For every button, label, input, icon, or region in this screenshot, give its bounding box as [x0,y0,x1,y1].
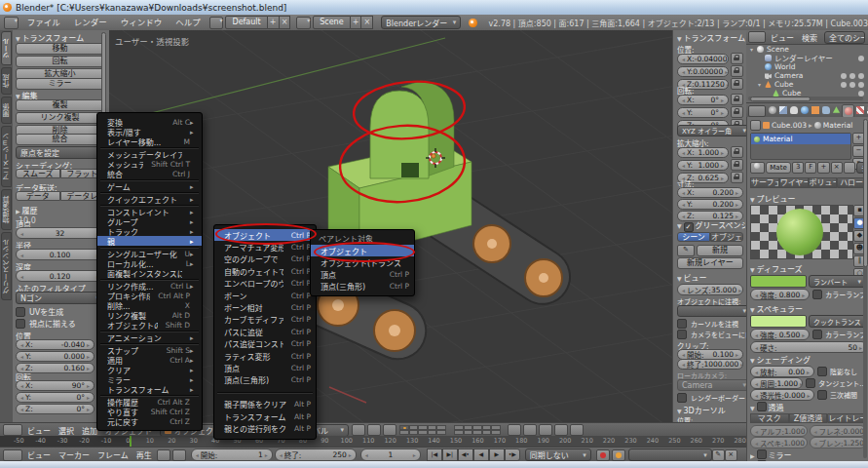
outliner-filter-dropdown[interactable]: 全てのシーン [824,31,865,44]
transform-button[interactable]: 移動 [16,43,104,55]
material-slot-row[interactable]: Material [751,134,850,144]
fake-user-button[interactable]: F [805,162,816,174]
context-menu-item[interactable]: 親 [97,236,202,246]
layer-cell[interactable] [409,425,419,430]
breadcrumb-object[interactable]: Cube.003 [772,121,807,130]
lock-icon[interactable] [731,172,743,183]
parent-submenu-item[interactable]: 親子関係をクリア Alt P [214,398,316,410]
select-icon[interactable] [849,73,855,79]
outliner-menu-item[interactable]: 検索 [798,32,821,43]
parent-submenu-item[interactable]: アーマチュア変形 Ctrl P [214,241,316,253]
current-frame-field[interactable]: 1 [360,448,421,461]
new-material-button[interactable]: + [817,162,829,174]
layer-cell[interactable] [409,430,419,435]
parent-submenu-item[interactable]: ボーン Ctrl P [214,290,316,301]
timeline-menu-item[interactable]: ビュー [23,449,55,460]
context-menu-item[interactable]: 元に戻す Ctrl Z [97,416,202,426]
ambient-field[interactable]: 周囲:1.000 [750,377,803,389]
data-button[interactable]: データ [16,191,60,201]
context-menu-item[interactable]: やり直す Shift Ctrl Z [97,407,202,416]
toolshelf-tab[interactable]: 関係 [1,97,12,124]
emit-field[interactable]: 放射:0.00 [750,366,814,377]
specular-alpha-field[interactable]: スペキ:1.000 [750,437,808,448]
layer-cell[interactable] [472,425,482,430]
context-menu-item[interactable]: 削除... X [97,300,202,310]
context-menu-item[interactable]: アニメーション [97,332,202,342]
context-menu-item[interactable]: ローカル化... L [97,258,202,268]
toolshelf-tab[interactable]: アニメーション [1,126,12,187]
lens-field[interactable]: レンズ:35.000 [677,284,743,295]
context-menu-item[interactable]: メッシュデータの転送 Shift Ctrl T [97,159,202,169]
layer-cell[interactable] [454,425,464,430]
context-menu-item[interactable]: 表示/隠す [97,127,202,136]
transparency-checkbox[interactable] [757,402,767,411]
snap-element-icon[interactable] [539,424,552,436]
edit-button[interactable]: 複製 [16,99,104,111]
manipulator-rotate-icon[interactable] [367,424,381,436]
layer-cell[interactable] [418,430,428,435]
playback-button[interactable]: ▶ [489,448,505,461]
parent-submenu-item[interactable] [214,386,316,398]
preview-panel-header[interactable]: プレビュー [750,193,857,204]
context-menu-item[interactable]: オブジェクトの複製 Shift D [97,320,202,330]
rotation-field[interactable]: Z:0° [16,404,94,414]
transparency-tab[interactable]: レイトレース [827,413,866,423]
cap-fill-dropdown[interactable]: Nゴン [16,292,104,304]
parent-submenu-item[interactable]: 親との逆行列をクリア Alt P [214,422,316,434]
gp-scene-button[interactable]: シーン [677,232,710,242]
lock-layers-icon[interactable] [508,424,521,436]
rotation-field[interactable]: Y:0° [16,392,94,403]
material-type-tab[interactable]: サーフェ [750,177,779,188]
rotation-field[interactable]: Y:0° [677,107,729,118]
scene-selector[interactable]: Scene [313,16,350,29]
properties-tab[interactable] [799,104,810,116]
cubic-checkbox[interactable] [817,390,827,400]
cursor-panel-header[interactable]: 3Dカーソル [677,405,745,415]
gp-object-button[interactable]: オブジェクト [710,232,743,242]
rotation-field[interactable]: X:0° [677,95,729,105]
layout-selector[interactable]: Default [225,16,267,29]
hardness-field[interactable]: 硬さ:50 [750,341,867,353]
render-opengl-anim-icon[interactable] [570,424,584,436]
playback-button[interactable]: •▶ [505,448,520,461]
layer-cell[interactable] [491,430,501,435]
lock-camera-checkbox[interactable] [677,330,687,339]
transparency-tab[interactable]: Z値透過 [789,413,828,423]
frame-start-field[interactable]: 開始:1 [191,448,273,461]
parent-submenu-item[interactable]: 頂点(三角形) Ctrl P [214,374,316,386]
join-button[interactable]: 統合 [16,134,104,145]
rotation-field[interactable]: X:90° [16,380,94,391]
context-menu-item[interactable]: コンストレイント [97,207,202,216]
context-menu-item[interactable]: スナップ Shift S [97,345,202,355]
manipulator-translate-icon[interactable] [352,424,365,436]
diffuse-panel-header[interactable]: ディフューズ [750,263,857,274]
playback-button[interactable]: ◀ [473,448,489,461]
layer-cell[interactable] [482,425,492,430]
view-panel-header[interactable]: ビュー [677,272,745,283]
timeline-menu-item[interactable]: マーカー [55,449,94,460]
lock-icon[interactable] [731,53,743,64]
lock-icon[interactable] [731,65,743,77]
context-menu-item[interactable]: グループ [97,216,202,226]
tangent-checkbox[interactable] [806,378,815,388]
parent-submenu-item[interactable]: エンベロープのウェイトで Ctrl P [214,278,316,290]
depth-field[interactable]: 0.120 [16,270,104,282]
layer-cell[interactable] [418,425,428,430]
shading-panel-header[interactable]: シェーディング [750,354,857,365]
context-menu-item[interactable]: クイックエフェクト [97,194,202,204]
transparency-tab[interactable]: マスク [750,413,789,423]
fresnel-field[interactable]: フレネ:0.000 [810,425,867,437]
gp-new-layer-button[interactable]: 新規レイヤー [677,257,743,269]
layout-delete-button[interactable]: × [280,16,291,29]
layer-cell[interactable] [436,425,446,430]
layout-add-button[interactable]: + [268,16,280,29]
diffuse-intensity-field[interactable]: 強度:0.800 [750,289,810,300]
outliner-hscrollbar[interactable] [748,97,863,100]
lock-icon[interactable] [731,146,743,158]
edit-button[interactable]: リンク複製 [16,112,104,124]
blend-field[interactable]: ブレン:1.250 [810,437,867,448]
local-camera-field[interactable]: Camera [677,379,747,391]
editor-type-timeline-icon[interactable] [3,449,22,461]
diffuse-color-swatch[interactable] [750,275,807,288]
parent-submenu-item[interactable]: 自動のウェイトで Ctrl P [214,265,316,277]
